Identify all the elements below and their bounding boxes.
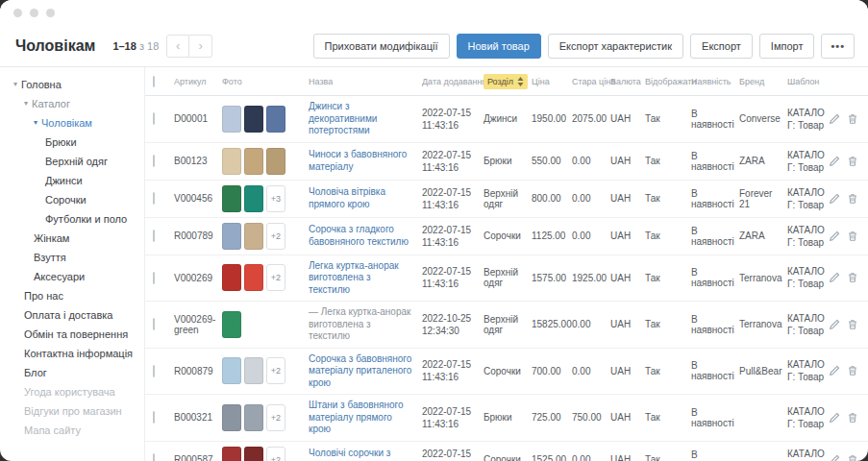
row-checkbox[interactable] xyxy=(153,192,155,205)
sidebar-item-угода-користувача[interactable]: Угода користувача xyxy=(0,382,144,401)
more-actions-button[interactable]: ••• xyxy=(821,34,855,59)
edit-icon[interactable] xyxy=(829,365,840,376)
product-name-link[interactable]: Чоловіча вітрівка прямого крою xyxy=(309,186,385,209)
more-photos-badge[interactable]: +2 xyxy=(266,404,285,431)
delete-icon[interactable] xyxy=(847,454,858,461)
window-control-maximize-icon[interactable] xyxy=(46,9,55,17)
sidebar-item-мапа-сайту[interactable]: Мапа сайту xyxy=(0,421,144,440)
select-all-checkbox[interactable] xyxy=(153,76,155,87)
hide-modifications-button[interactable]: Приховати модифікації xyxy=(313,34,450,59)
sidebar-item-аксесуари[interactable]: Аксесуари xyxy=(0,267,144,286)
product-photo-thumbnail[interactable] xyxy=(222,185,241,212)
product-display-flag[interactable]: Так xyxy=(641,407,687,427)
delete-icon[interactable] xyxy=(847,365,858,376)
row-checkbox[interactable] xyxy=(153,230,155,242)
row-checkbox[interactable] xyxy=(153,453,155,461)
delete-icon[interactable] xyxy=(847,113,858,125)
edit-icon[interactable] xyxy=(829,272,840,283)
product-photo-thumbnail[interactable] xyxy=(244,106,263,133)
export-characteristics-button[interactable]: Експорт характеристик xyxy=(548,34,683,59)
product-display-flag[interactable]: Так xyxy=(641,449,687,461)
product-photo-thumbnail[interactable] xyxy=(222,106,241,133)
product-display-flag[interactable]: Так xyxy=(641,226,687,246)
product-photo-thumbnail[interactable] xyxy=(222,404,241,431)
row-checkbox[interactable] xyxy=(153,318,155,330)
row-checkbox[interactable] xyxy=(153,365,155,377)
sidebar-item-обмін-та-повернення[interactable]: Обмін та повернення xyxy=(0,325,144,344)
window-control-minimize-icon[interactable] xyxy=(30,9,38,17)
sidebar-item-чоловікам[interactable]: ▾Чоловікам xyxy=(0,113,144,133)
product-photo-thumbnail[interactable] xyxy=(222,447,241,461)
product-photo-thumbnail[interactable] xyxy=(222,357,241,384)
edit-icon[interactable] xyxy=(829,156,840,167)
product-photo-thumbnail[interactable] xyxy=(244,185,263,212)
product-photo-thumbnail[interactable] xyxy=(266,106,285,133)
edit-icon[interactable] xyxy=(829,230,840,242)
sidebar-item-взуття[interactable]: Взуття xyxy=(0,248,144,267)
product-photo-thumbnail[interactable] xyxy=(244,264,263,291)
product-name-link[interactable]: Джинси з декоративними потертостями xyxy=(309,101,377,135)
edit-icon[interactable] xyxy=(829,193,840,205)
product-photo-thumbnail[interactable] xyxy=(222,264,241,291)
import-button[interactable]: Імпорт xyxy=(759,34,815,59)
section-sort-header[interactable]: Розділ xyxy=(484,74,528,89)
window-control-close-icon[interactable] xyxy=(13,9,22,17)
pagination-next-button[interactable]: › xyxy=(189,35,212,58)
product-display-flag[interactable]: Так xyxy=(641,151,687,171)
more-photos-badge[interactable]: +3 xyxy=(266,185,285,212)
product-photo-thumbnail[interactable] xyxy=(244,404,263,431)
product-name-link[interactable]: Сорочка з бавовняного матеріалу притален… xyxy=(309,353,411,388)
more-photos-badge[interactable]: +2 xyxy=(266,223,285,250)
edit-icon[interactable] xyxy=(829,412,840,424)
sidebar-item-сорочки[interactable]: Сорочки xyxy=(0,190,144,209)
more-photos-badge[interactable]: +2 xyxy=(266,357,285,384)
sidebar-item-відгуки-про-магазин[interactable]: Відгуки про магазин xyxy=(0,401,144,421)
sidebar-item-верхній-одяг[interactable]: Верхній одяг xyxy=(0,152,144,171)
row-checkbox[interactable] xyxy=(153,155,155,167)
product-display-flag[interactable]: Так xyxy=(641,188,687,208)
product-display-flag[interactable]: Так xyxy=(641,109,687,129)
product-name-link[interactable]: Легка куртка-анорак виготовлена з тексти… xyxy=(309,260,399,295)
product-display-flag[interactable]: Так xyxy=(641,361,687,381)
product-photo-thumbnail[interactable] xyxy=(244,357,263,384)
edit-icon[interactable] xyxy=(829,454,840,461)
sidebar-item-жінкам[interactable]: Жінкам xyxy=(0,229,144,248)
more-photos-badge[interactable]: +2 xyxy=(266,264,285,291)
product-display-flag[interactable]: Так xyxy=(641,268,687,288)
product-photo-thumbnail[interactable] xyxy=(222,223,241,250)
export-button[interactable]: Експорт xyxy=(690,34,753,59)
sidebar-item-футболки-и-поло[interactable]: Футболки и поло xyxy=(0,209,144,229)
product-display-flag[interactable]: Так xyxy=(641,314,687,334)
sidebar-item-контактна-інформація[interactable]: Контактна інформація xyxy=(0,344,144,363)
product-name-link[interactable]: Чиноси з бавовняного матеріалу xyxy=(309,149,407,172)
row-checkbox[interactable] xyxy=(153,112,155,125)
sidebar-item-блог[interactable]: Блог xyxy=(0,363,144,382)
delete-icon[interactable] xyxy=(847,412,858,424)
row-checkbox[interactable] xyxy=(153,272,155,284)
delete-icon[interactable] xyxy=(847,156,858,167)
product-photo-thumbnail[interactable] xyxy=(222,148,241,175)
delete-icon[interactable] xyxy=(847,272,858,283)
more-photos-badge[interactable]: +2 xyxy=(266,447,285,461)
sidebar-item-про-нас[interactable]: Про нас xyxy=(0,286,144,305)
new-product-button[interactable]: Новий товар xyxy=(457,34,541,59)
delete-icon[interactable] xyxy=(847,193,858,205)
sidebar-item-оплата-і-доставка[interactable]: Оплата і доставка xyxy=(0,305,144,325)
product-photo-thumbnail[interactable] xyxy=(244,447,263,461)
sidebar-item-головна[interactable]: ▾Головна xyxy=(0,75,144,94)
product-photo-thumbnail[interactable] xyxy=(244,148,263,175)
pagination-prev-button[interactable]: ‹ xyxy=(166,35,189,58)
edit-icon[interactable] xyxy=(829,113,840,125)
product-photo-thumbnail[interactable] xyxy=(244,223,263,250)
product-name-link[interactable]: — Легка куртка-анорак виготовлена з текс… xyxy=(309,306,410,341)
product-photo-thumbnail[interactable] xyxy=(266,148,285,175)
product-name-link[interactable]: Чоловічі сорочки з легкого текстилю xyxy=(309,448,390,461)
sidebar-item-каталог[interactable]: ▾Каталог xyxy=(0,94,144,113)
product-name-link[interactable]: Штани з бавовняного матеріалу прямого кр… xyxy=(309,400,404,434)
delete-icon[interactable] xyxy=(847,319,858,330)
product-name-link[interactable]: Сорочка з гладкого бавовняного текстилю xyxy=(309,224,409,247)
product-photo-thumbnail[interactable] xyxy=(222,311,241,338)
row-checkbox[interactable] xyxy=(153,411,155,424)
sidebar-item-брюки[interactable]: Брюки xyxy=(0,133,144,152)
delete-icon[interactable] xyxy=(847,230,858,242)
